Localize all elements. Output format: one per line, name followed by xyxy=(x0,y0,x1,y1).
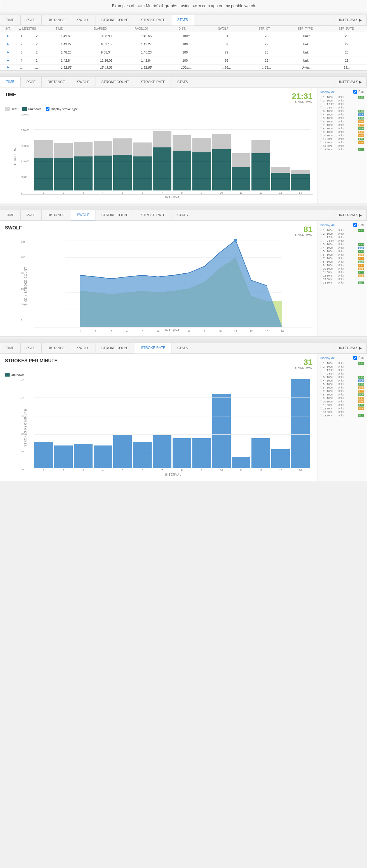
tab-stroke-rate-3[interactable]: STROKE RATE xyxy=(135,210,171,220)
sidebar-item[interactable]: ☑8100mUnkn1:20 xyxy=(320,127,364,130)
tab-stats-3[interactable]: STATS xyxy=(171,210,194,220)
tab-intervals-3[interactable]: INTERVALS ▶ xyxy=(334,210,367,220)
tab-swolf-1[interactable]: SWOLF xyxy=(71,15,95,25)
tab-swolf-4[interactable]: SWOLF xyxy=(71,343,95,353)
table-row[interactable]: ▶ 3 2 1:48.23 9:35.34 1:48.23 100m 79 25… xyxy=(0,48,367,56)
tab-swolf-2[interactable]: SWOLF xyxy=(71,77,95,87)
tab-pace-3[interactable]: PACE xyxy=(21,210,42,220)
tab-stroke-rate-2[interactable]: STROKE RATE xyxy=(135,77,171,87)
row-expand[interactable]: ▶ xyxy=(0,50,16,55)
rest-checkbox-3[interactable] xyxy=(353,223,357,227)
sidebar-item[interactable]: ☑1100mUnkn1:42 xyxy=(320,362,364,365)
tab-stroke-rate-4[interactable]: STROKE RATE xyxy=(135,343,171,353)
tab-distance-1[interactable]: DISTANCE xyxy=(41,15,71,25)
tab-stroke-rate-1[interactable]: STROKE RATE xyxy=(135,15,171,25)
sidebar-item[interactable]: ☑7100mUnkn1:57 xyxy=(320,123,364,127)
sidebar-item[interactable]: ☑1350mUnkn xyxy=(320,144,364,148)
sidebar-item[interactable]: ☑1 50mUnkn xyxy=(320,368,364,372)
tab-intervals-1[interactable]: INTERVALS ▶ xyxy=(334,15,367,25)
sidebar-item[interactable]: ☑10100mUnkn1:45 xyxy=(320,400,364,403)
tab-stats-1[interactable]: STATS xyxy=(171,15,194,25)
sidebar-item[interactable]: ☑7100mUnkn1:57 xyxy=(320,390,364,393)
sidebar-item[interactable]: ☑1150mUnkn1:01 xyxy=(320,271,364,274)
sidebar-display-all[interactable]: Display All xyxy=(320,90,335,94)
sidebar-rest-check[interactable]: Rest xyxy=(353,90,364,94)
sidebar-item[interactable]: ☑10100mUnkn1:45 xyxy=(320,267,364,271)
tab-stroke-count-4[interactable]: STROKE COUNT xyxy=(95,343,135,353)
sidebar-item[interactable]: ☑10100mUnkn1:45 xyxy=(320,134,364,137)
sidebar-item[interactable]: ☑4100mUnkn1:08 xyxy=(320,113,364,116)
sidebar-display-all-3[interactable]: Display All xyxy=(320,223,335,227)
sidebar-item[interactable]: ☑2 50mUnkn xyxy=(320,372,364,375)
sidebar-item[interactable]: ☑9100mUnkn1:47 xyxy=(320,264,364,267)
sidebar-item[interactable]: ☑2100mUnkn xyxy=(320,232,364,236)
tab-pace-1[interactable]: PACE xyxy=(21,15,42,25)
sidebar-item[interactable]: ☑1450mUnkn1:07 xyxy=(320,281,364,284)
sidebar-item[interactable]: ☑7100mUnkn1:57 xyxy=(320,256,364,260)
table-row[interactable]: ▶ 4 2 1:42.84 12:26.05 1:42.84 100m 76 2… xyxy=(0,56,367,65)
sidebar-item[interactable]: ☑5100mUnkn1:25 xyxy=(320,382,364,386)
tab-stroke-count-3[interactable]: STROKE COUNT xyxy=(95,210,135,220)
sidebar-item[interactable]: ☑1 50mUnkn xyxy=(320,102,364,106)
rest-checkbox[interactable] xyxy=(353,90,357,94)
tab-intervals-4[interactable]: INTERVALS ▶ xyxy=(334,343,367,353)
sidebar-rest-check-3[interactable]: Rest xyxy=(353,223,364,227)
tab-time-2[interactable]: TIME xyxy=(0,77,21,87)
sidebar-item[interactable]: ☑4100mUnkn1:08 xyxy=(320,379,364,382)
sidebar-item[interactable]: ☑1250mUnkn1:38 xyxy=(320,274,364,277)
table-row[interactable]: ▶ ... ... 1:52.85 15:43.08 1:52.85 100m.… xyxy=(0,65,367,70)
sidebar-item[interactable]: ☑1150mUnkn1:01 xyxy=(320,137,364,141)
sidebar-item[interactable]: ☑1450mUnkn1:07 xyxy=(320,414,364,417)
tab-time-3[interactable]: TIME xyxy=(0,210,21,220)
tab-time-1[interactable]: TIME xyxy=(0,15,21,25)
tab-intervals-2[interactable]: INTERVALS ▶ xyxy=(334,77,367,87)
sidebar-item[interactable]: ☑1350mUnkn xyxy=(320,277,364,281)
sidebar-item[interactable]: ☑2 50mUnkn xyxy=(320,239,364,243)
sidebar-item[interactable]: ☑1250mUnkn1:38 xyxy=(320,407,364,410)
sidebar-item[interactable]: ☑4100mUnkn1:08 xyxy=(320,246,364,249)
tab-distance-2[interactable]: DISTANCE xyxy=(41,77,71,87)
row-expand[interactable]: ▶ xyxy=(0,41,16,47)
sidebar-item[interactable]: ☑1450mUnkn1:07 xyxy=(320,148,364,151)
sidebar-item[interactable]: ☑3100mUnkn1:15 xyxy=(320,243,364,246)
sidebar-display-all-4[interactable]: Display All xyxy=(320,356,335,360)
sidebar-item[interactable]: ☑1100mUnkn1:42 xyxy=(320,95,364,99)
sidebar-item[interactable]: ☑5100mUnkn1:25 xyxy=(320,249,364,253)
tab-stats-4[interactable]: STATS xyxy=(171,343,194,353)
sidebar-item[interactable]: ☑2100mUnkn xyxy=(320,99,364,102)
row-expand[interactable]: ▶ xyxy=(0,33,16,39)
sidebar-item[interactable]: ☑1100mUnkn1:42 xyxy=(320,228,364,232)
sidebar-item[interactable]: ☑8100mUnkn1:20 xyxy=(320,393,364,396)
sidebar-item[interactable]: ☑1150mUnkn1:01 xyxy=(320,403,364,407)
sidebar-item[interactable]: ☑5100mUnkn1:25 xyxy=(320,116,364,120)
sidebar-item[interactable]: ☑1350mUnkn xyxy=(320,410,364,414)
sidebar-rest-check-4[interactable]: Rest xyxy=(353,356,364,360)
sidebar-item[interactable]: ☑3100mUnkn1:15 xyxy=(320,109,364,113)
sidebar-item[interactable]: ☑6100mUnkn1:48 xyxy=(320,253,364,256)
sidebar-item[interactable]: ☑9100mUnkn1:47 xyxy=(320,130,364,134)
legend-display-stroke[interactable]: Display stroke type xyxy=(46,107,78,111)
tab-stroke-count-1[interactable]: STROKE COUNT xyxy=(95,15,135,25)
tab-distance-3[interactable]: DISTANCE xyxy=(41,210,71,220)
sidebar-item[interactable]: ☑3100mUnkn1:15 xyxy=(320,375,364,379)
sidebar-item[interactable]: ☑2100mUnkn xyxy=(320,365,364,368)
sidebar-item[interactable]: ☑1250mUnkn1:38 xyxy=(320,141,364,144)
tab-distance-4[interactable]: DISTANCE xyxy=(41,343,71,353)
tab-swolf-3[interactable]: SWOLF xyxy=(71,210,95,220)
sidebar-item[interactable]: ☑6100mUnkn1:48 xyxy=(320,386,364,390)
sidebar-item[interactable]: ☑9100mUnkn1:47 xyxy=(320,396,364,400)
rest-checkbox-4[interactable] xyxy=(353,356,357,360)
sidebar-item[interactable]: ☑6100mUnkn1:48 xyxy=(320,120,364,123)
tab-stats-2[interactable]: STATS xyxy=(171,77,194,87)
table-row[interactable]: ▶ 1 2 1:49.65 3:00.90 1:49.65 100m 81 26… xyxy=(0,32,367,40)
table-row[interactable]: ▶ 2 2 1:49.27 6:32.15 1:49.27 100m 82 27… xyxy=(0,40,367,48)
tab-pace-4[interactable]: PACE xyxy=(21,343,42,353)
sidebar-item[interactable]: ☑8100mUnkn1:20 xyxy=(320,260,364,264)
tab-time-4[interactable]: TIME xyxy=(0,343,21,353)
tab-stroke-count-2[interactable]: STROKE COUNT xyxy=(95,77,135,87)
row-expand[interactable]: ▶ xyxy=(0,65,16,70)
tab-pace-2[interactable]: PACE xyxy=(21,77,42,87)
sidebar-item[interactable]: ☑1 50mUnkn xyxy=(320,236,364,239)
row-expand[interactable]: ▶ xyxy=(0,58,16,63)
sidebar-item[interactable]: ☑2 50mUnkn xyxy=(320,106,364,109)
